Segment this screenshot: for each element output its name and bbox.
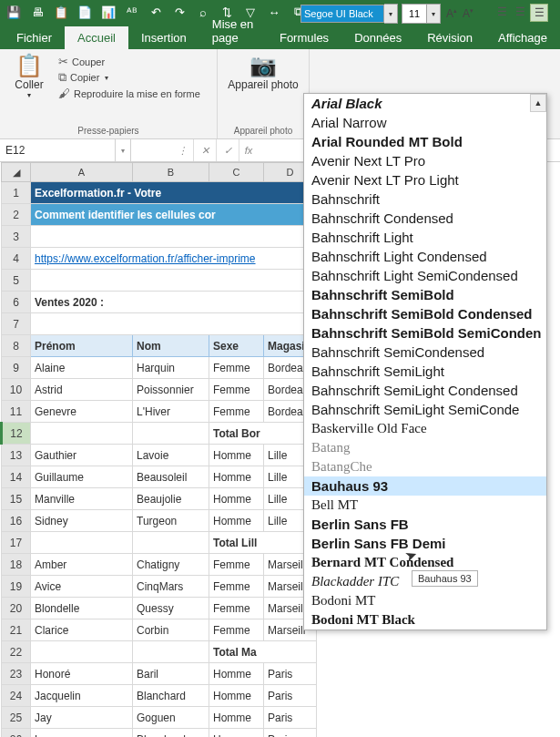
table-header[interactable]: Nom (133, 335, 209, 357)
enter-fx-button[interactable]: ✕ (194, 139, 217, 161)
cell[interactable]: Amber (31, 554, 133, 576)
cell[interactable]: Quessy (133, 598, 209, 619)
row-header[interactable]: 3 (2, 226, 31, 248)
cell[interactable] (133, 641, 209, 663)
cell[interactable]: Homme (209, 707, 264, 729)
cell[interactable]: Beaujolie (133, 488, 209, 510)
table-header[interactable]: Prénom (31, 335, 133, 357)
spell-icon[interactable]: ᴬᴮ (122, 2, 142, 22)
font-option[interactable]: Bahnschrift Light Condensed (304, 247, 546, 266)
cell[interactable]: Femme (209, 554, 264, 576)
namebox-dropdown[interactable]: ▾ (116, 139, 131, 161)
camera-button[interactable]: 📷 Appareil photo (221, 51, 305, 93)
cell[interactable]: Guillaume (31, 466, 133, 488)
row-header[interactable]: 16 (2, 510, 31, 532)
save-icon[interactable]: 💾 (4, 2, 24, 22)
row-header[interactable]: 21 (2, 619, 31, 641)
align-top-button[interactable]: ☰ (494, 4, 510, 20)
cell[interactable]: Chatigny (133, 554, 209, 576)
cell[interactable]: Sidney (31, 510, 133, 532)
cell[interactable]: Femme (209, 379, 264, 401)
row-header[interactable]: 8 (2, 335, 31, 357)
cell[interactable]: Homme (209, 466, 264, 488)
total-cell[interactable]: Total Lill (209, 532, 317, 554)
cell[interactable]: Paris (264, 685, 317, 707)
scroll-up-button[interactable]: ▲ (530, 94, 546, 112)
shrink-font-button[interactable]: A▾ (463, 7, 473, 20)
grow-font-button[interactable]: A▴ (446, 7, 457, 20)
paste-icon[interactable]: 📄 (75, 2, 95, 22)
cell[interactable]: Paris (264, 707, 317, 729)
font-option[interactable]: Batang (304, 438, 546, 457)
font-option[interactable]: Baskerville Old Face (304, 419, 546, 438)
font-option[interactable]: Bell MT (304, 496, 546, 515)
cell[interactable]: Harquin (133, 357, 209, 379)
cell[interactable]: Homme (209, 510, 264, 532)
cell[interactable]: Poissonnier (133, 379, 209, 401)
size-dropdown-button[interactable]: ▾ (427, 4, 441, 24)
cancel-fx-button[interactable]: ⋮ (171, 139, 194, 161)
cell[interactable]: Homme (209, 663, 264, 685)
cell[interactable] (31, 270, 317, 292)
cell[interactable]: L'Hiver (133, 401, 209, 423)
font-name-input[interactable] (300, 5, 384, 23)
font-option[interactable]: Bahnschrift Condensed (304, 209, 546, 228)
cell[interactable] (133, 532, 209, 554)
font-option[interactable]: Berlin Sans FB Demi (304, 534, 546, 553)
font-option[interactable]: Berlin Sans FB (304, 515, 546, 534)
font-option[interactable]: Bahnschrift SemiLight SemiConde (304, 400, 546, 419)
row-header[interactable]: 7 (2, 313, 31, 335)
cell[interactable]: Alaine (31, 357, 133, 379)
insert-fx-button[interactable]: ✓ (217, 139, 239, 161)
subtitle-cell[interactable]: Comment identifier les cellules cor (31, 204, 317, 226)
col-header-c[interactable]: C (209, 163, 264, 182)
total-cell[interactable]: Total Bor (209, 423, 317, 445)
spreadsheet-grid[interactable]: ◢ A B C D 1Excelformation.fr - Votre 2Co… (0, 162, 317, 737)
redo-icon[interactable]: ↷ (169, 2, 189, 22)
cell[interactable]: Ventes 2020 : (31, 292, 317, 313)
row-header[interactable]: 10 (2, 379, 31, 401)
cell[interactable]: Astrid (31, 379, 133, 401)
print-icon[interactable]: 🖶 (27, 2, 47, 22)
row-header[interactable]: 26 (2, 729, 31, 738)
font-option[interactable]: Avenir Next LT Pro (304, 151, 546, 170)
row-header[interactable]: 20 (2, 598, 31, 619)
cell[interactable]: Genevre (31, 401, 133, 423)
tab-mise en page[interactable]: Mise en page (199, 13, 267, 49)
row-header[interactable]: 9 (2, 357, 31, 379)
font-option[interactable]: Bahnschrift SemiCondensed (304, 343, 546, 362)
cell[interactable]: Femme (209, 598, 264, 619)
chart-icon[interactable]: 📊 (98, 2, 118, 22)
tab-formules[interactable]: Formules (267, 26, 341, 49)
tab-accueil[interactable]: Accueil (65, 26, 128, 49)
cell[interactable]: CinqMars (133, 576, 209, 598)
cell[interactable] (31, 532, 133, 554)
row-header[interactable]: 23 (2, 663, 31, 685)
font-option[interactable]: Arial Narrow (304, 113, 546, 132)
font-option[interactable]: Bauhaus 93 (304, 476, 546, 496)
row-header[interactable]: 13 (2, 445, 31, 466)
font-option[interactable]: Bahnschrift SemiBold Condensed (304, 304, 546, 323)
cell[interactable] (133, 423, 209, 445)
cell[interactable]: Homme (209, 445, 264, 466)
tab-révision[interactable]: Révision (414, 26, 485, 49)
cell[interactable]: Gauthier (31, 445, 133, 466)
link-cell[interactable]: https://www.excelformation.fr/afficher-i… (31, 248, 317, 270)
cell[interactable]: Goguen (133, 707, 209, 729)
row-header[interactable]: 17 (2, 532, 31, 554)
cell[interactable]: Femme (209, 357, 264, 379)
font-option[interactable]: Bernard MT Condensed (304, 553, 546, 572)
font-option[interactable]: Arial Black (304, 94, 546, 113)
font-option[interactable]: Bodoni MT (304, 591, 546, 610)
cell[interactable]: Honoré (31, 663, 133, 685)
cell[interactable] (31, 226, 317, 248)
font-option[interactable]: Bahnschrift (304, 189, 546, 209)
row-header[interactable]: 18 (2, 554, 31, 576)
row-header[interactable]: 6 (2, 292, 31, 313)
cell[interactable]: Jay (31, 707, 133, 729)
font-option[interactable]: Bahnschrift SemiBold SemiConden (304, 323, 546, 343)
align-bottom-button[interactable]: ☰ (530, 4, 548, 22)
table-header[interactable]: Sexe (209, 335, 264, 357)
cell[interactable] (31, 423, 133, 445)
font-size-input[interactable] (402, 4, 427, 24)
